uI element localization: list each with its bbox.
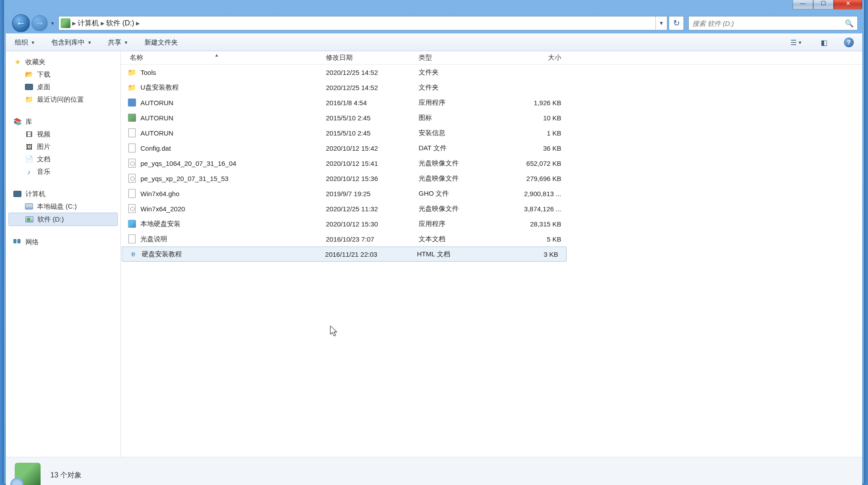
file-name: 光盘说明 — [140, 235, 167, 243]
column-name[interactable]: 名称 ▲ — [121, 53, 321, 62]
file-type: 应用程序 — [414, 99, 507, 107]
navigation-pane[interactable]: ★ 收藏夹 📂 下载 桌面 📁 最近访问的位置 📚 — [6, 51, 121, 457]
status-bar: 13 个对象 — [6, 457, 862, 485]
text-file-icon — [128, 234, 136, 243]
file-size: 3 KB — [504, 251, 566, 258]
close-button[interactable]: ✕ — [834, 0, 862, 9]
file-row[interactable]: Win7x64.gho2019/9/7 19:25GHO 文件2,900,813… — [121, 186, 862, 201]
maximize-button[interactable]: ☐ — [813, 0, 834, 9]
file-date: 2020/10/12 15:30 — [321, 220, 414, 228]
music-icon: ♪ — [25, 167, 33, 176]
organize-label: 组织 — [15, 38, 28, 47]
nav-downloads[interactable]: 📂 下载 — [8, 68, 118, 81]
file-date: 2016/1/8 4:54 — [321, 99, 414, 107]
column-size[interactable]: 大小 — [507, 53, 569, 62]
minimize-button[interactable]: — — [793, 0, 813, 9]
forward-button[interactable]: → — [32, 15, 48, 31]
file-row[interactable]: Win7x64_20202020/12/25 11:32光盘映像文件3,874,… — [121, 201, 862, 216]
view-icon: ☰ — [790, 38, 797, 47]
network-header[interactable]: 网络 — [8, 236, 118, 248]
share-menu[interactable]: 共享 ▼ — [105, 37, 131, 49]
local-c-label: 本地磁盘 (C:) — [37, 202, 77, 211]
nav-pictures[interactable]: 🖼 图片 — [8, 140, 118, 153]
libraries-label: 库 — [25, 118, 32, 126]
file-row[interactable]: e硬盘安装教程2016/11/21 22:03HTML 文档3 KB — [122, 247, 567, 262]
search-icon[interactable]: 🔍 — [845, 19, 854, 28]
drive-large-icon — [15, 463, 41, 485]
file-name: Win7x64_2020 — [140, 205, 185, 213]
nav-recent[interactable]: 📁 最近访问的位置 — [8, 93, 118, 106]
computer-icon — [13, 191, 21, 197]
titlebar[interactable]: — ☐ ✕ — [4, 0, 864, 14]
file-type: HTML 文档 — [412, 250, 504, 259]
file-date: 2015/5/10 2:45 — [321, 114, 414, 122]
history-dropdown[interactable]: ▼ — [49, 17, 56, 29]
file-row[interactable]: 📁Tools2020/12/25 14:52文件夹 — [121, 65, 862, 80]
preview-pane-icon: ◧ — [821, 38, 827, 47]
column-type[interactable]: 类型 — [414, 53, 507, 62]
network-icon — [13, 239, 21, 245]
file-list[interactable]: 名称 ▲ 修改日期 类型 大小 📁Tools2020/12/25 14:52文件… — [121, 51, 862, 457]
nav-music[interactable]: ♪ 音乐 — [8, 165, 118, 178]
nav-local-disk-c[interactable]: 本地磁盘 (C:) — [8, 200, 118, 213]
file-row[interactable]: AUTORUN2015/5/10 2:45安装信息1 KB — [121, 125, 862, 140]
star-icon: ★ — [13, 58, 22, 66]
computer-header[interactable]: 计算机 — [8, 188, 118, 200]
refresh-button[interactable]: ↻ — [669, 16, 684, 30]
downloads-label: 下载 — [37, 70, 50, 79]
file-type: 文本文档 — [414, 235, 507, 243]
column-date[interactable]: 修改日期 — [321, 53, 414, 62]
disc-image-icon — [128, 204, 136, 213]
file-name: Config.dat — [140, 144, 171, 152]
videos-label: 视频 — [37, 130, 50, 139]
view-options-button[interactable]: ☰ ▼ — [786, 36, 806, 49]
libraries-group: 📚 库 🎞 视频 🖼 图片 📄 文档 ♪ 音乐 — [8, 115, 118, 178]
file-row[interactable]: AUTORUN2016/1/8 4:54应用程序1,926 KB — [121, 95, 862, 110]
arrow-left-icon: ← — [16, 17, 26, 29]
file-row[interactable]: 📁U盘安装教程2020/12/25 14:52文件夹 — [121, 80, 862, 95]
file-size: 10 KB — [507, 114, 569, 122]
preview-pane-button[interactable]: ◧ — [817, 36, 831, 49]
file-row[interactable]: Config.dat2020/10/12 15:42DAT 文件36 KB — [121, 140, 862, 156]
file-size: 1 KB — [507, 129, 569, 137]
file-row[interactable]: 本地硬盘安装2020/10/12 15:30应用程序28,315 KB — [121, 216, 862, 231]
nav-documents[interactable]: 📄 文档 — [8, 153, 118, 165]
organize-menu[interactable]: 组织 ▼ — [12, 37, 38, 49]
favorites-header[interactable]: ★ 收藏夹 — [8, 56, 118, 68]
file-date: 2020/12/25 11:32 — [321, 205, 414, 213]
file-row[interactable]: AUTORUN2015/5/10 2:45图标10 KB — [121, 110, 862, 125]
address-dropdown[interactable]: ▼ — [655, 16, 667, 30]
pictures-label: 图片 — [37, 143, 50, 151]
file-name: AUTORUN — [140, 99, 173, 107]
file-row[interactable]: pe_yqs_1064_20_07_31_16_042020/10/12 15:… — [121, 156, 862, 171]
breadcrumb-separator-icon[interactable]: ▶ — [72, 21, 76, 26]
file-row[interactable]: 光盘说明2016/10/23 7:07文本文档5 KB — [121, 231, 862, 247]
nav-desktop[interactable]: 桌面 — [8, 81, 118, 93]
chevron-down-icon: ▼ — [31, 40, 35, 45]
back-button[interactable]: ← — [12, 14, 30, 32]
desktop-label: 桌面 — [37, 83, 50, 91]
help-button[interactable]: ? — [842, 36, 856, 49]
drive-icon — [25, 216, 33, 222]
navigation-bar: ← → ▼ ▶ 计算机 ▶ 软件 (D:) ▶ ▼ ↻ 🔍 — [4, 14, 864, 33]
video-icon: 🎞 — [25, 130, 33, 139]
breadcrumb-drive[interactable]: 软件 (D:) — [104, 19, 136, 28]
file-type: 光盘映像文件 — [414, 159, 507, 168]
include-in-library-menu[interactable]: 包含到库中 ▼ — [49, 37, 95, 49]
file-date: 2015/5/10 2:45 — [321, 129, 414, 137]
file-row[interactable]: pe_yqs_xp_20_07_31_15_532020/10/12 15:36… — [121, 171, 862, 186]
file-size: 652,072 KB — [507, 160, 569, 167]
nav-software-d[interactable]: 软件 (D:) — [8, 213, 118, 226]
nav-videos[interactable]: 🎞 视频 — [8, 128, 118, 140]
address-bar[interactable]: ▶ 计算机 ▶ 软件 (D:) ▶ ▼ — [58, 16, 667, 30]
search-input[interactable] — [692, 20, 845, 27]
search-box[interactable]: 🔍 — [688, 16, 858, 30]
computer-label: 计算机 — [25, 190, 45, 198]
breadcrumb-separator-icon[interactable]: ▶ — [136, 21, 140, 26]
file-name: AUTORUN — [140, 114, 173, 122]
breadcrumb-separator-icon[interactable]: ▶ — [101, 21, 104, 26]
recent-label: 最近访问的位置 — [37, 95, 84, 104]
new-folder-button[interactable]: 新建文件夹 — [142, 37, 181, 49]
libraries-header[interactable]: 📚 库 — [8, 115, 118, 128]
breadcrumb-computer[interactable]: 计算机 — [76, 19, 101, 28]
